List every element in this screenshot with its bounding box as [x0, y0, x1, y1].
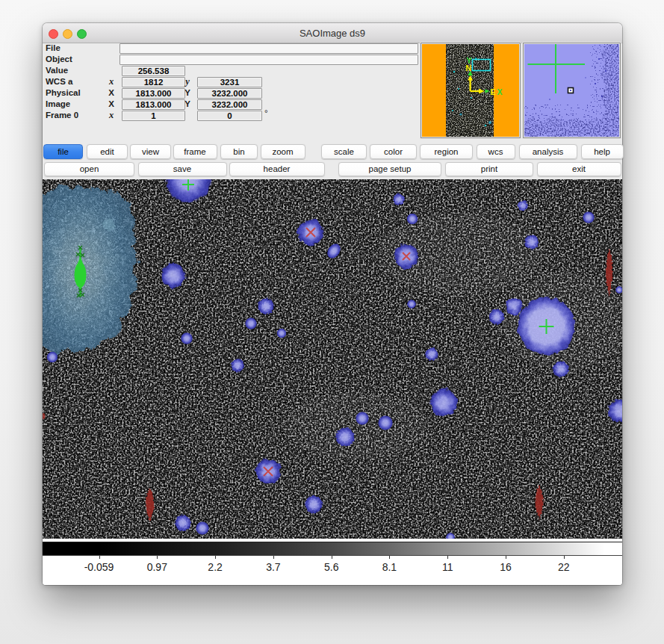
svg-text:E: E — [491, 87, 496, 96]
svg-text:X: X — [497, 87, 503, 96]
svg-text:N: N — [466, 64, 472, 72]
